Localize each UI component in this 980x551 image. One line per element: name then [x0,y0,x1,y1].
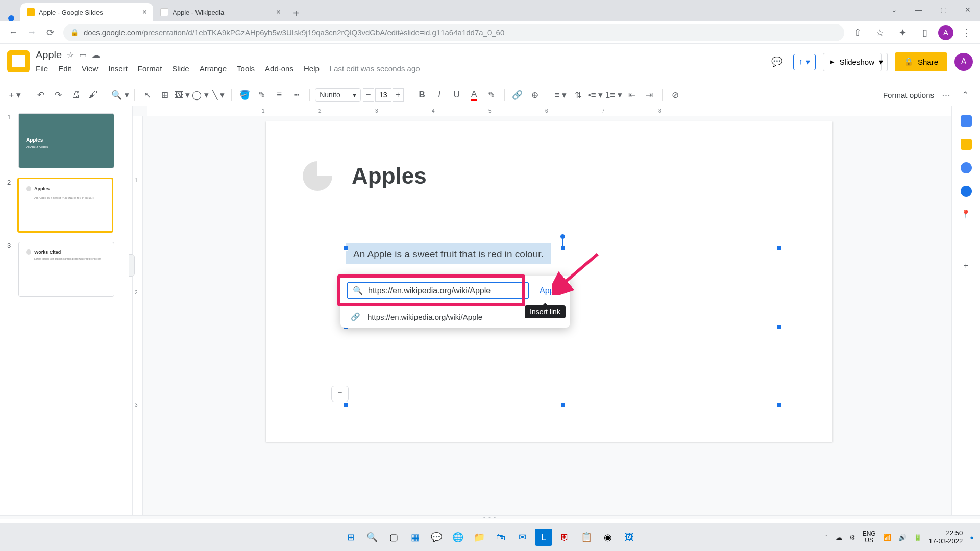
resize-handle[interactable] [777,324,781,329]
chrome-icon[interactable]: ◉ [599,529,617,546]
close-icon[interactable]: × [276,8,281,17]
slide-title-text[interactable]: Apples [352,163,427,189]
tray-misc-icon[interactable]: ⚙ [849,534,855,541]
text-color-button[interactable]: A [467,87,482,103]
store-icon[interactable]: 🛍 [492,529,509,546]
fill-color-button[interactable]: 🪣 [237,87,252,103]
menu-insert[interactable]: Insert [108,64,128,73]
insert-comment-button[interactable]: ⊕ [527,87,543,103]
file-explorer-icon[interactable]: 📁 [471,529,488,546]
contacts-icon[interactable] [961,186,972,197]
border-color-button[interactable]: ✎ [254,87,270,103]
align-button[interactable]: ≡ ▾ [553,87,569,103]
bookmark-star-icon[interactable]: ☆ [871,23,889,42]
slide-thumbnail-2[interactable]: Apples An Apple is a sweet fruit that is… [17,178,113,233]
clock[interactable]: 22:5017-03-2022 [929,529,963,545]
highlight-button[interactable]: ✎ [484,87,499,103]
minimize-button[interactable]: — [906,0,931,19]
comments-icon[interactable]: 💬 [768,53,786,71]
menu-arrange[interactable]: Arrange [200,64,227,73]
tray-chevron-icon[interactable]: ˄ [825,534,828,541]
mcafee-icon[interactable]: ⛨ [556,529,574,546]
tab-search-icon[interactable]: ⌄ [882,0,906,19]
mail-icon[interactable]: ✉ [513,529,531,546]
bold-button[interactable]: B [414,87,430,103]
speaker-notes-toggle[interactable]: ≡ [331,386,349,402]
sidepanel-icon[interactable]: ▯ [916,23,934,42]
menu-tools[interactable]: Tools [237,64,255,73]
resize-handle[interactable] [344,403,348,407]
battery-icon[interactable]: 🔋 [914,534,922,541]
slideshow-dropdown[interactable]: ▾ [875,53,888,71]
browser-tab-wikipedia[interactable]: Apple - Wikipedia × [154,3,287,21]
start-button[interactable]: ⊞ [342,529,359,546]
link-url-input[interactable] [368,286,523,295]
resize-handle[interactable] [777,403,781,407]
border-weight-button[interactable]: ≡ [272,87,287,103]
font-size-decrease[interactable]: − [363,88,374,102]
italic-button[interactable]: I [432,87,447,103]
calendar-icon[interactable] [961,115,972,127]
google-slides-logo-icon[interactable] [7,50,30,72]
number-list-button[interactable]: 1≡ ▾ [605,87,622,103]
share-page-icon[interactable]: ⇧ [848,23,867,42]
close-window-button[interactable]: ✕ [955,0,980,19]
notifications-icon[interactable]: ● [970,534,974,541]
address-bar[interactable]: 🔒 docs.google.com/presentation/d/1ebTKA9… [63,24,844,41]
rotation-handle[interactable] [560,234,565,239]
reload-button[interactable]: ⟳ [41,23,59,42]
more-button[interactable]: ⋯ [938,87,953,103]
resize-handle[interactable] [777,246,781,251]
extensions-icon[interactable]: ✦ [893,23,912,42]
keep-icon[interactable] [961,139,972,150]
font-selector[interactable]: Nunito▾ [315,88,360,102]
textbox-content[interactable]: An Apple is a sweet fruit that is red in… [346,243,551,264]
image-tool[interactable]: 🖼 ▾ [175,87,190,103]
menu-view[interactable]: View [82,64,98,73]
border-dash-button[interactable]: ┅ [289,87,304,103]
line-tool[interactable]: ╲ ▾ [211,87,226,103]
profile-avatar[interactable]: A [938,25,953,40]
paint-format-button[interactable]: 🖌 [85,87,101,103]
format-options-button[interactable]: Format options [883,91,934,99]
slide-thumbnail-3[interactable]: Works Cited Lorem ipsum text citation co… [18,242,114,297]
wifi-icon[interactable]: 📶 [883,534,891,541]
account-avatar[interactable]: A [954,53,973,71]
last-edit-info[interactable]: Last edit was seconds ago [330,64,420,73]
office-icon[interactable]: 📋 [578,529,595,546]
browser-tab-slides[interactable]: Apple - Google Slides × [20,3,153,21]
browser-menu-icon[interactable]: ⋮ [958,23,976,42]
indent-increase-button[interactable]: ⇥ [642,87,657,103]
apply-link-button[interactable]: Apply [535,283,564,298]
print-button[interactable]: 🖨 [68,87,83,103]
chat-icon[interactable]: 💬 [428,529,445,546]
collapse-panel-handle[interactable] [129,254,135,277]
maps-icon[interactable]: 📍 [961,209,972,220]
slide-thumbnail-1[interactable]: Apples All About Apples [18,113,114,168]
volume-icon[interactable]: 🔊 [898,534,906,541]
slideshow-button[interactable]: ▸ Slideshow [823,53,882,71]
menu-format[interactable]: Format [138,64,162,73]
zoom-button[interactable]: 🔍 ▾ [111,87,129,103]
present-button[interactable]: ↑▾ [793,54,816,70]
close-icon[interactable]: × [142,8,147,17]
back-button[interactable]: ← [4,23,22,42]
menu-edit[interactable]: Edit [58,64,71,73]
undo-button[interactable]: ↶ [33,87,48,103]
search-icon[interactable]: 🔍 [363,529,381,546]
menu-file[interactable]: File [36,64,48,73]
textbox-tool[interactable]: ⊞ [157,87,173,103]
forward-button[interactable]: → [22,23,41,42]
photos-icon[interactable]: 🖼 [621,529,638,546]
shape-tool[interactable]: ◯ ▾ [192,87,209,103]
widgets-icon[interactable]: ▦ [406,529,424,546]
insert-link-button[interactable]: 🔗 [510,87,525,103]
resize-handle[interactable] [344,246,348,251]
bullet-list-button[interactable]: •≡ ▾ [588,87,603,103]
move-folder-icon[interactable]: ▭ [79,50,87,60]
redo-button[interactable]: ↷ [51,87,66,103]
maximize-button[interactable]: ▢ [931,0,955,19]
share-button[interactable]: 🔒 Share [895,52,947,71]
collapse-toolbar-button[interactable]: ⌃ [958,87,973,103]
star-icon[interactable]: ☆ [67,50,74,60]
